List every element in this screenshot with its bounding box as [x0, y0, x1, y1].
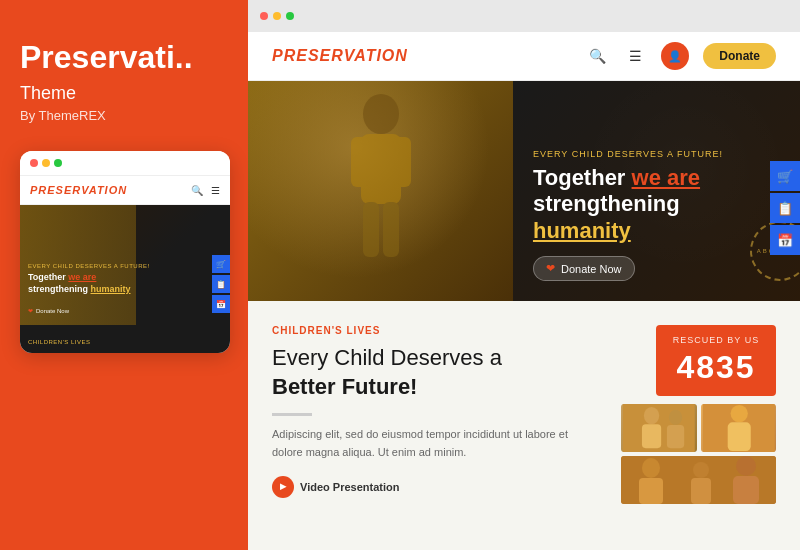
rescue-badge-number: 4835 — [672, 349, 760, 386]
svg-point-15 — [642, 458, 660, 478]
content-right: Rescued by Us 4835 — [621, 325, 776, 504]
svg-point-7 — [644, 407, 659, 424]
mobile-heading-humanity: humanity — [91, 284, 131, 294]
mobile-menu-icon: ☰ — [211, 185, 220, 196]
hero-photo — [248, 81, 513, 301]
play-icon: ▶ — [272, 476, 294, 498]
mobile-card-dots — [20, 151, 230, 176]
donate-button[interactable]: Donate — [703, 43, 776, 69]
browser-dot-red — [260, 12, 268, 20]
svg-point-12 — [730, 405, 747, 422]
mobile-sidebar-buttons: 🛒 📋 📅 — [212, 255, 230, 313]
mobile-heading-part3: strengthening — [28, 284, 91, 294]
content-left: Children's Lives Every Child Deserves a … — [272, 325, 601, 504]
children-figure-1 — [621, 404, 697, 452]
side-buttons: 🛒 📋 📅 — [770, 161, 800, 255]
sidebar-author: By ThemeREX — [20, 108, 228, 123]
children-figure-2 — [701, 404, 777, 452]
search-icon-button[interactable]: 🔍 — [585, 44, 609, 68]
sidebar: Preservati.. Theme By ThemeREX Preservat… — [0, 0, 248, 550]
photo-grid — [621, 404, 776, 504]
side-button-calendar[interactable]: 📅 — [770, 225, 800, 255]
content-heading-normal: Every Child Deserves a — [272, 345, 502, 370]
mobile-footer-text: Children's Lives — [28, 339, 91, 345]
rescue-badge-label: Rescued by Us — [672, 335, 760, 345]
desktop-nav-right: 🔍 ☰ 👤 Donate — [585, 42, 776, 70]
svg-rect-10 — [667, 425, 684, 448]
sidebar-title: Preservati.. — [20, 40, 228, 75]
content-section: Children's Lives Every Child Deserves a … — [248, 301, 800, 520]
svg-rect-5 — [383, 202, 399, 257]
content-heading-bold: Better Future! — [272, 374, 417, 399]
dot-red — [30, 159, 38, 167]
browser-dot-green — [286, 12, 294, 20]
svg-rect-8 — [642, 424, 661, 448]
svg-rect-16 — [639, 478, 663, 504]
rescue-badge: Rescued by Us 4835 — [656, 325, 776, 396]
svg-point-19 — [736, 456, 756, 476]
mobile-search-icon: 🔍 — [191, 185, 203, 196]
dot-green — [54, 159, 62, 167]
side-button-clipboard[interactable]: 📋 — [770, 193, 800, 223]
mobile-heading-we-are: we are — [68, 272, 96, 282]
avatar-icon: 👤 — [668, 50, 682, 63]
svg-point-9 — [669, 410, 682, 425]
heart-icon: ❤ — [28, 307, 33, 314]
desktop-nav: Preservation 🔍 ☰ 👤 Donate — [248, 32, 800, 81]
dot-yellow — [42, 159, 50, 167]
svg-rect-20 — [733, 476, 759, 504]
mobile-preview-card: Preservation 🔍 ☰ Every Child Deserves a … — [20, 151, 230, 353]
svg-rect-13 — [727, 422, 750, 451]
photo-cell-3 — [621, 456, 776, 504]
mobile-nav: Preservation 🔍 ☰ — [20, 176, 230, 205]
photo-cell-2 — [701, 404, 777, 452]
mobile-nav-icons: 🔍 ☰ — [191, 185, 220, 196]
browser-dot-yellow — [273, 12, 281, 20]
children-figure-3 — [621, 456, 776, 504]
content-divider — [272, 413, 312, 416]
mobile-tagline: Every Child Deserves a Future! — [28, 263, 226, 269]
svg-point-0 — [363, 94, 399, 134]
mobile-hero: Every Child Deserves a Future! Together … — [20, 205, 230, 325]
video-presentation-button[interactable]: ▶ Video Presentation — [272, 476, 399, 498]
sidebar-subtitle: Theme — [20, 83, 228, 104]
video-label: Video Presentation — [300, 481, 399, 493]
mobile-side-btn-2[interactable]: 📋 — [212, 275, 230, 293]
content-heading: Every Child Deserves a Better Future! — [272, 344, 601, 401]
mobile-footer: Children's Lives — [20, 325, 230, 353]
svg-rect-4 — [363, 202, 379, 257]
svg-rect-3 — [393, 137, 411, 187]
hero-dark: Every Child Deserves a Future! Together … — [513, 81, 800, 301]
side-button-cart[interactable]: 🛒 — [770, 161, 800, 191]
hero-section: Every Child Deserves a Future! Together … — [248, 81, 800, 301]
main-area: Preservation 🔍 ☰ 👤 Donate — [248, 0, 800, 550]
mobile-side-btn-1[interactable]: 🛒 — [212, 255, 230, 273]
svg-rect-2 — [351, 137, 369, 187]
mobile-side-btn-3[interactable]: 📅 — [212, 295, 230, 313]
user-avatar[interactable]: 👤 — [661, 42, 689, 70]
content-body-text: Adipiscing elit, sed do eiusmod tempor i… — [272, 426, 601, 461]
mobile-donate-label: Donate Now — [36, 308, 69, 314]
mobile-heading-part1: Together — [28, 272, 68, 282]
person-figure — [341, 92, 421, 262]
mobile-logo: Preservation — [30, 184, 127, 196]
mobile-donate-button[interactable]: ❤ Donate Now — [28, 307, 69, 314]
desktop-preview: Preservation 🔍 ☰ 👤 Donate — [248, 32, 800, 550]
mobile-heading: Together we are strengthening humanity — [28, 272, 226, 295]
menu-icon-button[interactable]: ☰ — [623, 44, 647, 68]
svg-point-17 — [693, 462, 709, 478]
mobile-hero-content: Every Child Deserves a Future! Together … — [28, 263, 226, 317]
content-label: Children's Lives — [272, 325, 601, 336]
desktop-logo: Preservation — [272, 47, 408, 65]
browser-chrome — [248, 0, 800, 32]
svg-rect-18 — [691, 478, 711, 504]
photo-cell-1 — [621, 404, 697, 452]
